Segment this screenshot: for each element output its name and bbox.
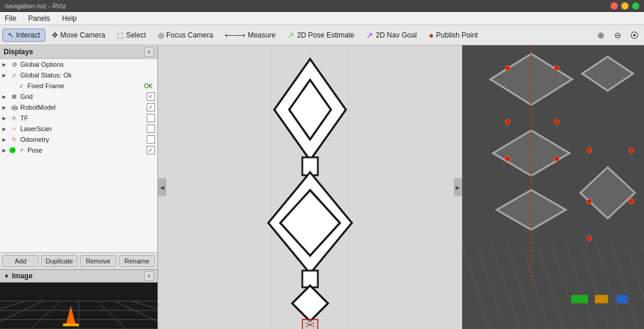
remove-display-button[interactable]: ⊖ — [611, 28, 625, 42]
image-canvas — [0, 283, 157, 329]
svg-rect-11 — [302, 319, 318, 329]
menu-file[interactable]: File — [2, 13, 18, 24]
left-panel: Displays × ▶ ⚙ Global Options ▶ ✓ Global… — [0, 45, 158, 329]
list-item[interactable]: ▶ ↗ Pose — [0, 145, 157, 156]
list-item[interactable]: ▶ ✓ Global Status: Ok — [0, 70, 157, 80]
publish-point-button[interactable]: ● Publish Point — [423, 28, 484, 42]
remove-button[interactable]: Remove — [80, 255, 116, 267]
list-item[interactable]: ▶ ≈ LaserScan — [0, 123, 157, 134]
robot-model-label: RobotModel — [20, 104, 147, 111]
displays-list: ▶ ⚙ Global Options ▶ ✓ Global Status: Ok… — [0, 59, 157, 156]
image-panel-close-button[interactable]: × — [144, 271, 154, 281]
fixed-frame-label: Fixed Frame — [27, 82, 144, 89]
interact-icon: ↖ — [8, 31, 14, 39]
publish-icon: ● — [429, 30, 434, 40]
odometry-label: Odometry — [20, 136, 147, 143]
image-content — [0, 283, 157, 329]
displays-buttons: Add Duplicate Remove Rename — [0, 252, 157, 269]
image-panel-header: ▼ Image × — [0, 270, 157, 283]
pose-estimate-icon: ↗ — [287, 30, 295, 40]
laser-scan-icon: ≈ — [10, 124, 19, 134]
global-options-label: Global Options — [20, 61, 155, 68]
pose-label: 2D Pose Estimate — [297, 31, 354, 39]
measure-button[interactable]: ⟵⟶ Measure — [219, 29, 281, 42]
close-button[interactable] — [611, 2, 618, 10]
publish-label: Publish Point — [436, 31, 478, 39]
move-camera-label: Move Camera — [60, 31, 105, 39]
fixed-frame-icon: ✓ — [17, 81, 26, 91]
focus-camera-icon: ◎ — [158, 31, 164, 39]
tf-icon: ⊹ — [10, 113, 19, 123]
select-icon: ⬚ — [117, 31, 123, 39]
toolbar-right: ⊕ ⊖ ⦿ — [594, 28, 642, 42]
right-3d-panel[interactable] — [462, 45, 644, 329]
list-item[interactable]: ▶ ↻ Odometry — [0, 134, 157, 145]
list-item[interactable]: ▶ 🤖 RobotModel — [0, 102, 157, 113]
expand-arrow: ▶ — [2, 148, 10, 153]
2d-pose-button[interactable]: ↗ 2D Pose Estimate — [282, 28, 360, 42]
interact-button[interactable]: ↖ Interact — [2, 29, 45, 42]
menu-panels[interactable]: Panels — [26, 13, 52, 24]
displays-panel-title: Displays — [4, 48, 33, 56]
odometry-icon: ↻ — [10, 135, 19, 144]
tf-label: TF — [20, 114, 147, 122]
global-options-icon: ⚙ — [10, 60, 19, 69]
3d-viewport-canvas — [462, 45, 644, 329]
interact-label: Interact — [16, 31, 40, 39]
expand-arrow: ▶ — [2, 73, 10, 78]
robot-model-checkbox[interactable] — [147, 103, 155, 111]
menu-help[interactable]: Help — [60, 13, 79, 24]
measure-label: Measure — [247, 31, 275, 39]
list-item[interactable]: ▶ ⚙ Global Options — [0, 59, 157, 70]
odometry-checkbox[interactable] — [147, 135, 155, 144]
displays-close-button[interactable]: × — [144, 47, 154, 57]
nav-goal-icon: ↗ — [366, 30, 373, 40]
laser-scan-checkbox[interactable] — [147, 125, 155, 133]
camera-view-button[interactable]: ⦿ — [627, 28, 642, 42]
menu-bar: File Panels Help — [0, 12, 644, 25]
maximize-button[interactable] — [632, 2, 639, 10]
fixed-frame-status: OK — [144, 83, 153, 89]
center-viewport[interactable]: ◀ — [158, 45, 462, 329]
right-nav-arrow[interactable]: ▶ — [454, 178, 462, 196]
expand-arrow: ▶ — [2, 62, 10, 67]
rename-button[interactable]: Rename — [119, 255, 155, 267]
image-panel: ▼ Image × — [0, 269, 157, 329]
robot-model-icon: 🤖 — [10, 103, 19, 112]
displays-header: Displays × — [0, 45, 157, 59]
expand-arrow: ▶ — [2, 137, 10, 142]
laser-scan-label: LaserScan — [20, 125, 147, 132]
add-display-button[interactable]: ⊕ — [594, 28, 608, 42]
nav-label: 2D Nav Goal — [376, 31, 417, 39]
image-panel-label: Image — [12, 272, 33, 280]
focus-camera-button[interactable]: ◎ Focus Camera — [153, 29, 219, 42]
pose-label: Pose — [27, 147, 147, 154]
move-camera-button[interactable]: ✥ Move Camera — [47, 29, 110, 42]
displays-spacer — [0, 156, 157, 252]
left-nav-arrow[interactable]: ◀ — [158, 178, 166, 196]
focus-camera-label: Focus Camera — [166, 31, 213, 39]
measure-icon: ⟵⟶ — [225, 31, 245, 39]
status-icon: ✓ — [10, 70, 19, 80]
toolbar: ↖ Interact ✥ Move Camera ⬚ Select ◎ Focu… — [0, 25, 644, 45]
2d-nav-button[interactable]: ↗ 2D Nav Goal — [361, 28, 422, 42]
title-bar: navigation.rviz - RViz — [0, 0, 644, 12]
select-button[interactable]: ⬚ Select — [112, 29, 151, 42]
tf-checkbox[interactable] — [147, 114, 155, 122]
global-status-label: Global Status: Ok — [20, 72, 155, 79]
map-svg — [164, 45, 456, 329]
grid-checkbox[interactable] — [147, 92, 155, 101]
pose-icon: ↗ — [17, 145, 26, 155]
minimize-button[interactable] — [621, 2, 628, 10]
expand-arrow: ▶ — [2, 105, 10, 110]
select-label: Select — [126, 31, 145, 39]
add-button[interactable]: Add — [2, 255, 39, 267]
pose-color-dot — [10, 147, 16, 153]
pose-checkbox[interactable] — [147, 146, 155, 154]
list-item[interactable]: ▶ ⊹ TF — [0, 113, 157, 123]
duplicate-button[interactable]: Duplicate — [41, 255, 78, 267]
list-item[interactable]: ✓ Fixed Frame OK — [0, 80, 157, 91]
expand-arrow: ▶ — [2, 116, 10, 121]
list-item[interactable]: ▶ ⊞ Grid — [0, 91, 157, 102]
main-area: Displays × ▶ ⚙ Global Options ▶ ✓ Global… — [0, 45, 644, 329]
